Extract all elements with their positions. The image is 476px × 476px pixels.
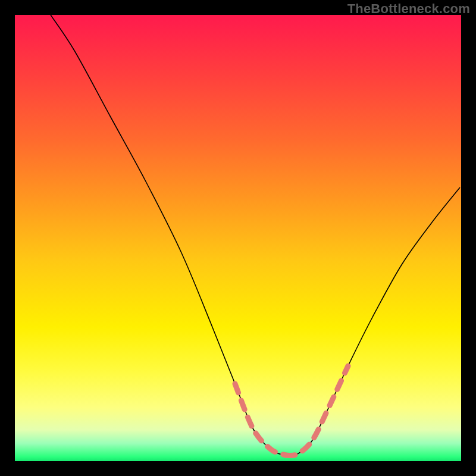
highlight-dash-right [286,366,348,455]
highlight-dash-left [235,384,286,455]
bottleneck-curve-line [51,15,460,456]
plot-area [15,15,461,461]
chart-svg [15,15,461,461]
outer-frame: TheBottleneck.com [0,0,476,476]
